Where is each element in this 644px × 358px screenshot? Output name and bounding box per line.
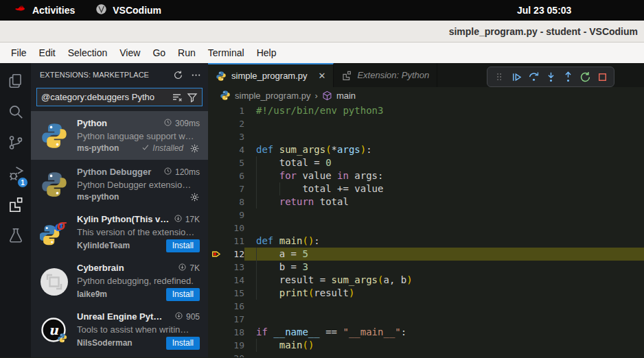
activity-item-explorer[interactable] (0, 67, 31, 97)
code-line-10[interactable]: 10 (208, 222, 644, 235)
menu-item-help[interactable]: Help (251, 45, 283, 60)
gutter-glyph[interactable] (208, 274, 225, 287)
manage-gear-button[interactable] (189, 192, 200, 202)
gutter-glyph[interactable] (208, 339, 225, 352)
code-text[interactable] (244, 352, 644, 357)
restart-button[interactable] (577, 68, 593, 86)
code-text[interactable] (244, 313, 644, 326)
code-line-16[interactable]: 16 (208, 300, 644, 313)
extension-row-4[interactable]: Cyberbrain7KPython debugging, redefined.… (31, 257, 208, 306)
drag-handle-button[interactable] (491, 68, 507, 86)
code-line-20[interactable]: 20 (208, 352, 644, 357)
extension-row-2[interactable]: Python Debugger120msPython Debugger exte… (31, 160, 208, 208)
window-titlebar[interactable]: simple_program.py - student - VSCodium (0, 21, 644, 43)
gutter-glyph[interactable] (208, 326, 225, 339)
gutter-glyph[interactable] (208, 352, 225, 357)
gutter-glyph[interactable] (208, 208, 225, 222)
breadcrumb-file[interactable]: simple_program.py (235, 91, 311, 101)
code-line-12[interactable]: 12 a = 5 (208, 248, 644, 261)
code-text[interactable]: total += value (244, 182, 644, 195)
code-text[interactable] (244, 130, 644, 143)
menu-item-run[interactable]: Run (172, 45, 202, 60)
activity-item-run-and-debug[interactable]: 1 (0, 159, 31, 190)
stop-button[interactable] (594, 68, 610, 86)
install-button[interactable]: Install (166, 239, 200, 252)
activity-item-source-control[interactable] (0, 128, 31, 159)
code-text[interactable] (244, 222, 644, 235)
menu-item-terminal[interactable]: Terminal (202, 45, 251, 60)
code-text[interactable]: for value in args: (244, 169, 644, 182)
manage-gear-button[interactable] (189, 143, 200, 154)
code-line-5[interactable]: 5 total = 0 (208, 156, 644, 169)
code-line-19[interactable]: 19 main() (208, 339, 644, 352)
code-line-4[interactable]: 4def sum_args(*args): (208, 143, 644, 156)
code-text[interactable]: #!/usr/bin/env python3 (244, 104, 644, 117)
gutter-glyph[interactable] (208, 156, 225, 169)
extension-row-3[interactable]: σσKylin Python(This v…17KThis version of… (31, 208, 208, 257)
activity-item-search[interactable] (0, 97, 31, 128)
extension-row-1[interactable]: Python309msPython language support w…ms-… (31, 111, 208, 160)
code-area[interactable]: 1#!/usr/bin/env python3234def sum_args(*… (208, 104, 644, 357)
code-line-15[interactable]: 15 print(result) (208, 287, 644, 300)
code-line-17[interactable]: 17 (208, 313, 644, 326)
filter-button[interactable] (187, 92, 198, 103)
tab-2[interactable]: Extension: Python (334, 63, 437, 87)
code-text[interactable]: total = 0 (244, 156, 644, 169)
code-line-18[interactable]: 18if __name__ == "__main__": (208, 326, 644, 339)
step-into-button[interactable] (542, 68, 559, 86)
gutter-glyph[interactable] (208, 182, 225, 195)
code-text[interactable] (244, 117, 644, 130)
gutter-glyph[interactable] (208, 130, 225, 143)
gutter-glyph[interactable] (208, 143, 225, 156)
step-out-button[interactable] (560, 68, 576, 86)
install-button[interactable]: Install (166, 337, 200, 350)
debug-current-line-breakpoint-icon[interactable] (208, 248, 225, 261)
code-line-11[interactable]: 11def main(): (208, 235, 644, 248)
gutter-glyph[interactable] (208, 195, 225, 208)
install-button[interactable]: Install (166, 288, 200, 301)
gutter-glyph[interactable] (208, 222, 225, 235)
code-text[interactable]: return total (244, 195, 644, 208)
menu-item-file[interactable]: File (5, 45, 33, 60)
menu-item-selection[interactable]: Selection (62, 45, 114, 60)
gutter-glyph[interactable] (208, 300, 225, 313)
code-text[interactable]: print(result) (244, 287, 644, 300)
code-line-13[interactable]: 13 b = 3 (208, 261, 644, 274)
menu-item-view[interactable]: View (113, 45, 146, 60)
activity-item-testing[interactable] (0, 221, 31, 252)
gutter-glyph[interactable] (208, 235, 225, 248)
tab-close-button[interactable]: ✕ (319, 71, 326, 81)
gutter-glyph[interactable] (208, 261, 225, 274)
code-text[interactable]: main() (244, 339, 644, 352)
menu-item-go[interactable]: Go (146, 45, 172, 60)
more-actions-button[interactable] (191, 70, 201, 80)
code-text[interactable]: if __name__ == "__main__": (244, 326, 644, 339)
extension-row-5[interactable]: u Unreal Engine Pyt…905Tools to assist w… (31, 306, 208, 355)
clock[interactable]: Jul 23 05:03 (517, 5, 571, 16)
step-over-button[interactable] (525, 68, 542, 86)
gutter-glyph[interactable] (208, 169, 225, 182)
code-line-1[interactable]: 1#!/usr/bin/env python3 (208, 104, 644, 117)
extensions-search-input[interactable] (41, 92, 168, 102)
clear-search-button[interactable] (172, 92, 183, 103)
code-line-14[interactable]: 14 result = sum_args(a, b) (208, 274, 644, 287)
gutter-glyph[interactable] (208, 313, 225, 326)
breadcrumb-symbol[interactable]: main (336, 91, 356, 101)
gutter-glyph[interactable] (208, 104, 225, 117)
code-line-3[interactable]: 3 (208, 130, 644, 143)
code-line-9[interactable]: 9 (208, 208, 644, 222)
code-text[interactable]: def sum_args(*args): (244, 143, 644, 156)
code-line-7[interactable]: 7 total += value (208, 182, 644, 195)
code-text[interactable]: result = sum_args(a, b) (244, 274, 644, 287)
code-line-2[interactable]: 2 (208, 117, 644, 130)
gutter-glyph[interactable] (208, 117, 225, 130)
app-menu-button[interactable]: VSCodium (95, 3, 161, 18)
code-text[interactable] (244, 300, 644, 313)
continue-button[interactable] (508, 68, 525, 86)
code-line-8[interactable]: 8 return total (208, 195, 644, 208)
refresh-button[interactable] (173, 70, 183, 80)
tab-1[interactable]: simple_program.py✕ (208, 63, 334, 87)
code-line-6[interactable]: 6 for value in args: (208, 169, 644, 182)
activity-item-extensions[interactable] (0, 190, 31, 221)
code-text[interactable]: def main(): (244, 235, 644, 248)
